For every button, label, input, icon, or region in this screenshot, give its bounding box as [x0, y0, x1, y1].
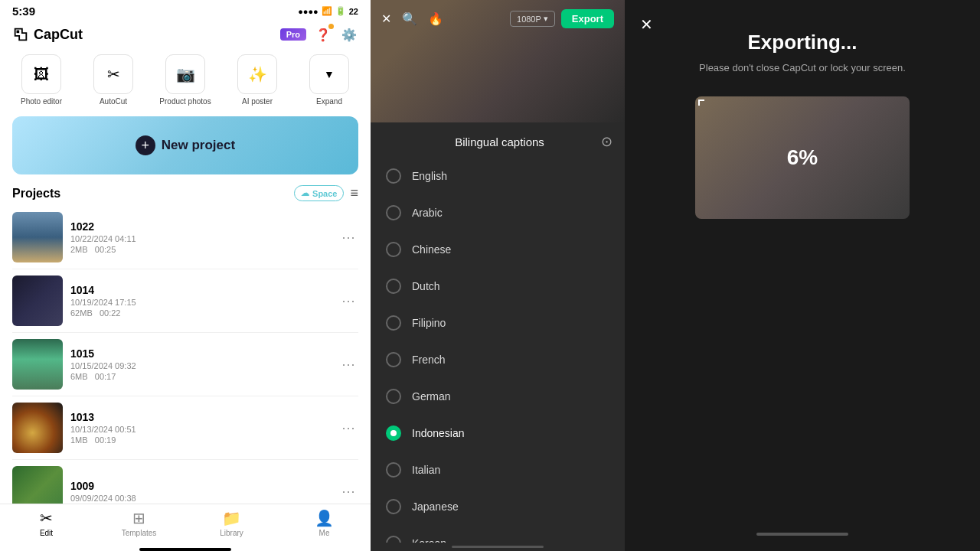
language-item-chinese[interactable]: Chinese: [371, 231, 625, 268]
tool-expand[interactable]: ▼ Expand: [296, 54, 363, 106]
language-item-filipino[interactable]: Filipino: [371, 305, 625, 341]
project-thumbnail: [12, 403, 63, 453]
project-name: 1013: [70, 411, 331, 423]
fire-icon[interactable]: 🔥: [428, 11, 443, 26]
list-item[interactable]: 1013 10/13/2024 00:51 1MB 00:19 ⋯: [12, 396, 358, 460]
resolution-label: 1080P: [517, 15, 541, 24]
projects-header: Projects ☁ Space ≡: [0, 181, 371, 206]
notification-dot: [328, 24, 334, 29]
pro-badge[interactable]: Pro: [280, 28, 306, 41]
radio-italian: [386, 462, 401, 478]
battery-icon: 🔋: [335, 6, 346, 16]
nav-edit-label: Edit: [40, 529, 53, 537]
language-item-italian[interactable]: Italian: [371, 452, 625, 488]
lang-label-chinese: Chinese: [412, 243, 451, 256]
nav-me[interactable]: 👤 Me: [278, 509, 371, 537]
tool-photo-editor-label: Photo editor: [21, 97, 62, 106]
project-more-icon[interactable]: ⋯: [338, 289, 358, 312]
home-indicator: [139, 548, 231, 551]
projects-title: Projects: [12, 187, 60, 201]
resolution-button[interactable]: 1080P ▾: [510, 11, 555, 27]
language-item-korean[interactable]: Korean: [371, 525, 625, 543]
close-icon: ✕: [640, 16, 653, 33]
app-logo: CapCut: [12, 26, 83, 43]
templates-nav-icon: ⊞: [132, 509, 145, 527]
status-bar: 5:39 ●●●● 📶 🔋 22: [0, 0, 371, 22]
photo-editor-icon: 🖼: [21, 54, 61, 94]
library-nav-icon: 📁: [222, 509, 241, 527]
list-item[interactable]: 1015 10/15/2024 09:32 6MB 00:17 ⋯: [12, 333, 358, 396]
project-more-icon[interactable]: ⋯: [338, 416, 358, 439]
language-item-english[interactable]: English: [371, 158, 625, 194]
me-nav-icon: 👤: [315, 509, 334, 527]
radio-dutch: [386, 279, 401, 294]
lang-label-italian: Italian: [412, 464, 440, 476]
project-info: 1022 10/22/2024 04:11 2MB 00:25: [70, 220, 331, 254]
autocut-icon: ✂: [93, 54, 133, 94]
lang-label-korean: Korean: [412, 537, 446, 543]
project-size-duration: 2MB 00:25: [70, 245, 331, 254]
language-panel-title: Bilingual captions: [398, 135, 601, 148]
nav-templates[interactable]: ⊞ Templates: [93, 509, 185, 537]
radio-chinese: [386, 242, 401, 257]
nav-library[interactable]: 📁 Library: [185, 509, 278, 537]
product-photos-icon: 📷: [165, 54, 205, 94]
project-info: 1009 09/09/2024 00:38: [70, 480, 331, 503]
notification-icon[interactable]: ❓: [314, 25, 332, 44]
project-more-icon[interactable]: ⋯: [338, 353, 358, 376]
project-name: 1022: [70, 220, 331, 233]
language-item-japanese[interactable]: Japanese: [371, 488, 625, 525]
tool-product-photos[interactable]: 📷 Product photos: [152, 54, 219, 106]
sort-icon[interactable]: ≡: [350, 185, 358, 201]
list-item[interactable]: 1022 10/22/2024 04:11 2MB 00:25 ⋯: [12, 206, 358, 269]
language-item-german[interactable]: German: [371, 378, 625, 415]
project-meta: 10/19/2024 17:15: [70, 298, 331, 307]
status-time: 5:39: [12, 5, 35, 18]
language-item-arabic[interactable]: Arabic: [371, 194, 625, 231]
lang-settings-icon[interactable]: ⊙: [601, 133, 612, 150]
export-bottom-bar: [625, 533, 980, 536]
exporting-subtitle: Please don't close CapCut or lock your s…: [699, 62, 906, 73]
video-toolbar: ✕ 🔍 🔥 1080P ▾ Export: [371, 0, 625, 37]
tool-ai-poster[interactable]: ✨ AI poster: [224, 54, 291, 106]
close-video-icon[interactable]: ✕: [381, 11, 391, 26]
tool-expand-label: Expand: [316, 97, 342, 106]
new-project-button[interactable]: + New project: [12, 116, 358, 174]
radio-english: [386, 168, 401, 184]
export-panel: ✕ Exporting... Please don't close CapCut…: [625, 0, 980, 551]
status-icons: ●●●● 📶 🔋 22: [298, 6, 358, 16]
radio-german: [386, 389, 401, 404]
radio-indonesian: [386, 425, 401, 441]
list-item[interactable]: 1014 10/19/2024 17:15 62MB 00:22 ⋯: [12, 269, 358, 333]
nav-edit[interactable]: ✂ Edit: [0, 509, 93, 537]
radio-french: [386, 352, 401, 367]
radio-korean: [386, 536, 401, 543]
export-preview-thumbnail: 6%: [695, 96, 910, 219]
language-item-french[interactable]: French: [371, 341, 625, 378]
chevron-down-icon: ▾: [544, 14, 548, 24]
language-item-dutch[interactable]: Dutch: [371, 268, 625, 305]
settings-icon[interactable]: ⚙️: [340, 25, 358, 44]
search-video-icon[interactable]: 🔍: [402, 11, 417, 26]
expand-icon: ▼: [309, 54, 349, 94]
language-panel: ✕ 🔍 🔥 1080P ▾ Export Bilingual captions …: [371, 0, 625, 551]
language-item-indonesian[interactable]: Indonesian: [371, 415, 625, 452]
tool-autocut[interactable]: ✂ AutoCut: [80, 54, 147, 106]
export-close-button[interactable]: ✕: [640, 15, 653, 34]
lang-label-french: French: [412, 354, 446, 366]
app-name: CapCut: [34, 27, 83, 43]
export-button[interactable]: Export: [561, 9, 614, 28]
project-meta: 09/09/2024 00:38: [70, 494, 331, 503]
mobile-app-panel: 5:39 ●●●● 📶 🔋 22 CapCut Pro ❓ ⚙️: [0, 0, 371, 551]
list-item[interactable]: 1009 09/09/2024 00:38 ⋯: [12, 460, 358, 504]
tool-autocut-label: AutoCut: [100, 97, 127, 106]
space-badge[interactable]: ☁ Space: [294, 185, 344, 201]
tool-photo-editor[interactable]: 🖼 Photo editor: [8, 54, 75, 106]
new-project-label: New project: [162, 138, 235, 153]
plus-icon: +: [136, 135, 155, 155]
project-more-icon[interactable]: ⋯: [338, 226, 358, 249]
project-thumbnail: [12, 466, 63, 504]
language-list-panel: Bilingual captions ⊙ English Arabic Chin…: [371, 122, 625, 543]
project-info: 1013 10/13/2024 00:51 1MB 00:19: [70, 411, 331, 445]
project-more-icon[interactable]: ⋯: [338, 480, 358, 503]
